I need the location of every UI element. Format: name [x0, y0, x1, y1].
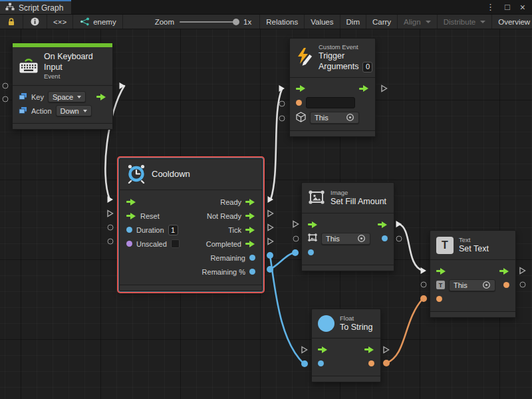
tostring-string-outer-port[interactable]: [383, 360, 390, 366]
string-port[interactable]: [296, 100, 302, 106]
keyboard-key-outer-port[interactable]: [3, 83, 9, 89]
tostring-exec-out-outer-port[interactable]: [383, 346, 390, 354]
graph-breadcrumb[interactable]: enemy: [73, 15, 123, 29]
tostring-float-outer-port[interactable]: [301, 360, 308, 367]
relations-button[interactable]: Relations: [260, 15, 305, 29]
node-footer: [302, 265, 394, 271]
target-picker-icon[interactable]: [482, 281, 491, 289]
unscaled-port[interactable]: [126, 241, 132, 247]
node-on-keyboard-input[interactable]: On Keyboard Input Event Key Space Action…: [12, 43, 113, 130]
cooldown-exec-in-outer-port[interactable]: [107, 196, 114, 204]
exec-out-port[interactable]: [364, 346, 374, 353]
remaining-pct-out-port[interactable]: [249, 269, 255, 275]
node-float-to-string[interactable]: Float To String: [311, 309, 381, 382]
tab-script-graph[interactable]: Script Graph: [0, 0, 71, 14]
align-button[interactable]: Align: [398, 15, 438, 29]
reset-in-port[interactable]: [126, 213, 136, 219]
close-icon[interactable]: ×: [520, 2, 525, 13]
arguments-field[interactable]: 0: [362, 62, 372, 72]
not-ready-out-port[interactable]: [245, 213, 255, 219]
setfill-exec-out-outer-port[interactable]: [396, 220, 403, 229]
remaining-out-port[interactable]: [249, 255, 255, 261]
zoom-slider-track[interactable]: [180, 21, 238, 23]
cooldown-completed-outer-port[interactable]: [267, 237, 275, 246]
zoom-slider-handle[interactable]: [233, 19, 239, 25]
fill-amount-port[interactable]: [308, 249, 314, 255]
cooldown-unscaled-outer-port[interactable]: [108, 239, 114, 245]
setfill-target-outer-port[interactable]: [293, 236, 299, 242]
zoom-slider[interactable]: [180, 18, 238, 26]
settext-target-outer-port[interactable]: [421, 282, 427, 288]
exec-out-port[interactable]: [378, 221, 388, 228]
toolbar: <×> enemy Zoom 1x Relations Values Dim C…: [0, 15, 532, 29]
carry-button[interactable]: Carry: [366, 15, 398, 29]
cooldown-reset-outer-port[interactable]: [107, 209, 114, 218]
unscaled-label: Unscaled: [136, 240, 167, 248]
trigger-exec-out-outer-port[interactable]: [381, 84, 388, 93]
lock-button[interactable]: [0, 15, 23, 29]
cooldown-remaining-outer-port[interactable]: [267, 252, 273, 259]
dim-button[interactable]: Dim: [340, 15, 366, 29]
node-cooldown[interactable]: Cooldown Ready Reset Not Ready Duration …: [119, 158, 263, 291]
tick-out-port[interactable]: [245, 227, 255, 233]
menu-icon[interactable]: ⋮: [486, 2, 495, 12]
exec-in-port[interactable]: [296, 85, 306, 92]
distribute-button[interactable]: Distribute: [438, 15, 493, 29]
exec-out-port[interactable]: [359, 85, 369, 92]
completed-out-port[interactable]: [245, 241, 255, 247]
cooldown-remaining-pct-outer-port[interactable]: [267, 266, 273, 273]
settext-exec-out-outer-port[interactable]: [519, 267, 527, 275]
duration-field[interactable]: 1: [168, 225, 178, 235]
keyboard-exec-out-outer-port[interactable]: [119, 82, 126, 90]
duration-port[interactable]: [126, 227, 132, 233]
action-dropdown[interactable]: Down: [56, 105, 92, 116]
unscaled-checkbox[interactable]: [171, 239, 180, 248]
trigger-string-outer-port[interactable]: [279, 101, 285, 107]
text-value-port[interactable]: [436, 296, 442, 302]
target-picker-icon[interactable]: [357, 234, 366, 243]
target-dropdown[interactable]: This: [310, 112, 359, 124]
action-dropdown-value: Down: [61, 107, 79, 115]
event-name-field[interactable]: [306, 97, 355, 108]
node-image-set-fill-amount[interactable]: Image Set Fill Amount This: [301, 182, 394, 271]
settext-result-outer-port[interactable]: [520, 282, 526, 288]
overview-button[interactable]: Overview: [492, 15, 532, 29]
exec-out-port[interactable]: [96, 94, 106, 100]
setfill-exec-in-outer-port[interactable]: [293, 220, 300, 229]
maximize-icon[interactable]: □: [505, 2, 510, 12]
float-in-port[interactable]: [318, 360, 324, 366]
settext-value-outer-port[interactable]: [420, 295, 427, 302]
target-dropdown[interactable]: This: [321, 233, 370, 245]
node-text-set-text[interactable]: T Text Set Text T This: [430, 230, 516, 318]
exec-out-port[interactable]: [499, 268, 509, 275]
exec-in-port[interactable]: [318, 346, 328, 353]
code-icon: <×>: [53, 18, 66, 26]
cooldown-ready-outer-port[interactable]: [267, 196, 275, 204]
setfill-amount-outer-port[interactable]: [292, 249, 299, 256]
keyboard-action-outer-port[interactable]: [3, 96, 9, 102]
string-out-port[interactable]: [368, 360, 374, 366]
exec-in-port[interactable]: [308, 221, 318, 228]
exec-in-port[interactable]: [126, 199, 136, 205]
info-button[interactable]: [23, 15, 47, 29]
code-view-button[interactable]: <×>: [47, 15, 73, 29]
settext-exec-in-outer-port[interactable]: [420, 267, 428, 275]
target-picker-icon[interactable]: [346, 113, 354, 122]
trigger-target-outer-port[interactable]: [279, 116, 285, 122]
result-out-port[interactable]: [382, 235, 388, 241]
exec-in-port[interactable]: [436, 268, 446, 275]
ready-out-port[interactable]: [245, 199, 255, 205]
cooldown-duration-outer-port[interactable]: [108, 225, 114, 231]
target-dropdown[interactable]: This: [449, 279, 495, 291]
graph-tab-icon: [5, 3, 15, 13]
result-out-port[interactable]: [503, 282, 509, 288]
reset-row: Reset Not Ready: [120, 209, 262, 223]
trigger-exec-in-outer-port[interactable]: [279, 84, 286, 93]
node-trigger-custom-event[interactable]: Custom Event Trigger Arguments 0: [289, 38, 376, 137]
tostring-exec-in-outer-port[interactable]: [301, 346, 309, 354]
values-button[interactable]: Values: [305, 15, 340, 29]
key-dropdown[interactable]: Space: [48, 91, 86, 102]
setfill-result-outer-port[interactable]: [396, 236, 402, 242]
cooldown-not-ready-outer-port[interactable]: [267, 209, 275, 218]
cooldown-tick-outer-port[interactable]: [267, 223, 275, 232]
